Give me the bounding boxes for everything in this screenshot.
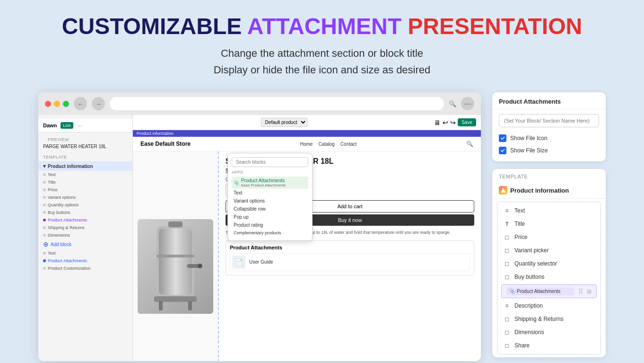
template-item-variant-picker[interactable]: ◻ Variant picker — [497, 244, 600, 257]
page-title-block: CUSTOMIZABLE ATTACHMENT PRESENTATION Cha… — [62, 14, 582, 92]
list-item[interactable]: Text — [38, 249, 132, 257]
item-label: Quantity options — [48, 203, 78, 207]
app-sub: Ease Product Attachments — [241, 183, 286, 187]
list-item[interactable]: Product Attachments — [38, 257, 132, 265]
svg-rect-3 — [187, 264, 199, 268]
item-label: Product Customization — [48, 266, 91, 271]
drag-handle-icon[interactable]: ⠿ — [578, 288, 583, 295]
desc-icon: ≡ — [503, 302, 511, 310]
template-item-text[interactable]: ≡ Text — [497, 204, 600, 217]
dot-close[interactable] — [45, 101, 51, 107]
settings-card-body: Show File Icon Show File Size — [492, 109, 606, 161]
dot-maximize[interactable] — [63, 101, 69, 107]
attachment-item[interactable]: 📄 User Guide — [230, 253, 470, 271]
nav-catalog[interactable]: Catalog — [318, 142, 334, 147]
sidebar-item-product-info[interactable]: ▾ Product information — [38, 161, 132, 171]
item-label-shipping: Shipping & Returns — [514, 316, 563, 322]
list-item[interactable]: Variant options — [38, 194, 132, 201]
back-button[interactable]: ← — [74, 97, 87, 110]
item-label-desc: Description — [514, 302, 543, 309]
dot-icon — [43, 204, 46, 206]
list-item[interactable]: Dimensions — [38, 231, 132, 239]
title-word-1: CUSTOMIZABLE — [62, 14, 242, 39]
template-items-list: ≡ Text T Title ◻ Price ◻ Variant picker — [497, 202, 601, 354]
right-panel: Product Attachments Show File Icon — [492, 92, 606, 357]
sidebar-item-attachments[interactable]: Product Attachments — [38, 216, 132, 224]
product-info-banner: Product information — [133, 130, 481, 137]
list-item[interactable]: Price — [38, 186, 132, 194]
list-item[interactable]: Quantity options — [38, 201, 132, 209]
address-bar[interactable] — [110, 97, 444, 110]
attachments-section: Product Attachments 📄 User Guide — [226, 240, 474, 275]
undo-icon[interactable]: ↩ — [443, 119, 448, 126]
more-dots-icon[interactable]: ··· — [77, 122, 83, 129]
template-item-description[interactable]: ≡ Description — [497, 299, 600, 312]
product-select[interactable]: Default product — [261, 118, 307, 127]
section-name-input[interactable] — [499, 114, 599, 127]
template-item-price[interactable]: ◻ Price — [497, 230, 600, 244]
block-item-popup[interactable]: Pop up — [232, 213, 308, 221]
template-item-quantity-selector[interactable]: ◻ Quantity selector — [497, 257, 600, 270]
desktop-icon[interactable]: 🖥 — [434, 119, 441, 126]
item-label: Text — [48, 251, 56, 256]
list-item[interactable]: Shipping & Returns — [38, 224, 132, 231]
item-label: Text — [48, 172, 56, 177]
template-item-share[interactable]: ◻ Share — [497, 339, 600, 352]
grid-settings-icon[interactable]: ⊞ — [587, 288, 592, 295]
template-item-dimensions[interactable]: ◻ Dimensions — [497, 326, 600, 339]
dot-icon — [43, 252, 46, 255]
price-icon: ◻ — [503, 233, 511, 241]
nav-contact[interactable]: Contact — [340, 142, 357, 147]
product-info-section-name: Product information — [510, 187, 569, 194]
search-icon-store[interactable]: 🔍 — [466, 141, 473, 147]
product-attachments-block-item[interactable]: 📎 Product Attachments Ease Product Attac… — [232, 177, 308, 189]
list-item[interactable]: Text — [38, 171, 132, 178]
dot-icon — [43, 196, 46, 199]
item-label-variant: Variant picker — [514, 247, 548, 254]
editor-topbar: Dawn Live ··· — [38, 119, 132, 133]
redo-icon[interactable]: ↪ — [450, 119, 456, 126]
block-item-variant[interactable]: Variant options — [232, 197, 308, 205]
block-item-complementary[interactable]: Complementary products — [232, 229, 308, 237]
add-block-button[interactable]: ⊕ Add block — [38, 239, 132, 249]
template-item-shipping[interactable]: ◻ Shipping & Returns — [497, 312, 600, 326]
nav-home[interactable]: Home — [300, 142, 313, 147]
settings-card: Product Attachments Show File Icon — [492, 92, 606, 161]
attachment-name: User Guide — [249, 259, 273, 265]
app-name: Product Attachments — [241, 178, 286, 183]
quantity-icon: ◻ — [503, 260, 511, 267]
block-item-text[interactable]: Text — [232, 189, 308, 197]
theme-name: Dawn — [43, 123, 57, 128]
shipping-icon: ◻ — [503, 315, 511, 323]
settings-card-header: Product Attachments — [492, 92, 606, 109]
app-icon: 📎 — [234, 180, 239, 186]
save-button[interactable]: Save — [458, 118, 476, 126]
preview-product: PARGE WATER HEATER 18L — [43, 143, 128, 150]
list-item[interactable]: Product Customization — [38, 265, 132, 272]
list-item[interactable]: Buy buttons — [38, 209, 132, 216]
list-item[interactable]: Title — [38, 178, 132, 186]
checkbox-file-icon[interactable] — [499, 134, 506, 142]
template-item-product-attachments[interactable]: 📎 Product Attachments ⠿ ⊞ — [501, 284, 597, 298]
subtitle-line2: Display or hide the file icon and size a… — [214, 64, 431, 76]
attachments-title: Product Attachments — [230, 245, 470, 250]
block-item-product-rating[interactable]: Product rating — [232, 221, 308, 229]
block-search-input[interactable] — [232, 157, 308, 167]
template-item-title[interactable]: T Title — [497, 217, 600, 230]
checkbox-file-icon-label: Show File Icon — [510, 135, 548, 142]
product-illustration — [142, 219, 209, 314]
checkbox-file-size[interactable] — [499, 147, 506, 154]
section-color-icon — [499, 186, 507, 195]
block-item-collapsible[interactable]: Collapsible row — [232, 205, 308, 213]
dot-minimize[interactable] — [54, 101, 60, 107]
forward-button[interactable]: → — [92, 97, 105, 110]
subtitle: Change the attachment section or block t… — [62, 45, 582, 78]
svg-rect-7 — [188, 301, 192, 310]
more-button[interactable]: ⋯ — [461, 97, 474, 110]
editor-sidebar: Dawn Live ··· PREVIEW PARGE WATER HEATER… — [38, 115, 133, 361]
template-section-label: Product information — [492, 182, 606, 199]
template-item-buy-buttons[interactable]: ◻ Buy buttons — [497, 270, 600, 283]
item-label: Product Attachments — [48, 258, 87, 263]
variant-icon: ◻ — [503, 247, 511, 254]
apps-label: APPS — [232, 170, 308, 175]
